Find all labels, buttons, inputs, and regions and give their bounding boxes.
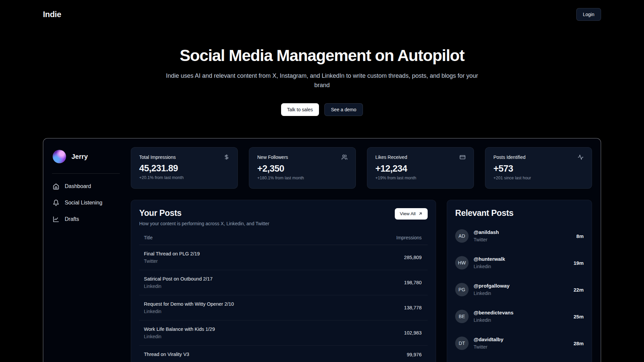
- table-row[interactable]: Thread on Virality V3 99,976: [139, 346, 428, 362]
- list-item[interactable]: DT @davidtalby Twitter 28m: [455, 330, 584, 357]
- list-item[interactable]: PG @profgalloway Linkedin 22m: [455, 276, 584, 303]
- stat-value: +573: [493, 164, 584, 174]
- credit-card-icon: [460, 154, 466, 160]
- stat-delta: +201 since last hour: [493, 176, 584, 180]
- avatar: AD: [455, 229, 469, 243]
- home-icon: [53, 183, 59, 190]
- post-title: Work Life Balance with Kids 1/29: [144, 326, 404, 333]
- post-platform: Linkedin: [474, 263, 569, 270]
- hero-section: Social Media Management on Autopilot Ind…: [0, 46, 644, 116]
- sidebar-item-dashboard[interactable]: Dashboard: [52, 180, 120, 193]
- post-handle: @davidtalby: [474, 336, 569, 343]
- table-header: Title Impressions: [139, 235, 428, 245]
- post-impressions: 138,778: [404, 305, 422, 310]
- hero-title: Social Media Management on Autopilot: [0, 46, 644, 66]
- sidebar-item-drafts[interactable]: Drafts: [52, 213, 120, 226]
- sidebar-divider: [52, 173, 120, 174]
- dashboard-main: Total Impressions 45,231.89 +20.1% from …: [131, 147, 592, 362]
- stat-card-posts-identified: Posts Identified +573 +201 since last ho…: [485, 147, 592, 189]
- list-item[interactable]: RS @reshmasaujani 32m: [455, 357, 584, 362]
- column-impressions: Impressions: [396, 235, 422, 240]
- post-platform: Linkedin: [144, 308, 404, 315]
- relevant-posts-title: Relevant Posts: [455, 208, 584, 218]
- post-handle: @profgalloway: [474, 283, 569, 289]
- stat-card-new-followers: New Followers +2,350 +180.1% from last m…: [249, 147, 356, 189]
- sidebar: Jerry Dashboard Social Listening Draft: [52, 147, 120, 362]
- post-platform: Twitter: [474, 236, 571, 243]
- view-all-button[interactable]: View All: [395, 208, 428, 220]
- post-impressions: 198,780: [404, 280, 422, 285]
- dashboard-panel: Jerry Dashboard Social Listening Draft: [43, 138, 601, 362]
- stat-value: +12,234: [375, 164, 466, 174]
- post-handle: @anildash: [474, 229, 571, 236]
- post-impressions: 99,976: [407, 352, 422, 357]
- hero-cta-group: Talk to sales See a demo: [0, 103, 644, 116]
- table-row[interactable]: Final Thread on PLG 2/19 Twitter 285,809: [139, 245, 428, 270]
- stat-card-total-impressions: Total Impressions 45,231.89 +20.1% from …: [131, 147, 238, 189]
- stat-value: 45,231.89: [139, 163, 229, 174]
- column-title: Title: [144, 235, 396, 240]
- user-name: Jerry: [71, 153, 88, 161]
- post-platform: Twitter: [474, 344, 569, 350]
- stat-label: Posts Identified: [493, 155, 526, 160]
- post-time: 22m: [574, 287, 584, 293]
- view-all-label: View All: [400, 212, 416, 216]
- post-time: 8m: [576, 233, 584, 239]
- post-time: 19m: [574, 260, 584, 266]
- dollar-icon: [224, 154, 229, 160]
- arrow-up-right-icon: [418, 212, 423, 216]
- post-title: Satirical Post on Outbound 2/17: [144, 276, 404, 282]
- post-handle: @hunterwalk: [474, 256, 569, 262]
- post-platform: Linkedin: [144, 283, 404, 290]
- avatar: HW: [455, 256, 469, 269]
- stat-value: +2,350: [257, 164, 347, 174]
- sidebar-item-label: Social Listening: [65, 200, 102, 206]
- post-handle: @benedictevans: [474, 309, 569, 316]
- your-posts-title: Your Posts: [139, 208, 269, 218]
- stat-label: New Followers: [257, 155, 288, 160]
- sidebar-item-label: Drafts: [65, 216, 79, 222]
- post-title: Request for Demo with Witty Opener 2/10: [144, 301, 404, 307]
- stat-delta: +180.1% from last month: [257, 176, 347, 180]
- login-button[interactable]: Login: [576, 8, 601, 21]
- your-posts-subtitle: How your content is performing across X,…: [139, 221, 269, 226]
- see-a-demo-button[interactable]: See a demo: [324, 103, 363, 116]
- list-item[interactable]: AD @anildash Twitter 8m: [455, 223, 584, 249]
- stat-delta: +20.1% from last month: [139, 175, 229, 180]
- table-row[interactable]: Satirical Post on Outbound 2/17 Linkedin…: [139, 270, 428, 295]
- brand-logo: Indie: [43, 10, 61, 19]
- list-item[interactable]: BE @benedictevans Linkedin 25m: [455, 303, 584, 330]
- list-item[interactable]: HW @hunterwalk Linkedin 19m: [455, 249, 584, 276]
- content-row: Your Posts How your content is performin…: [131, 200, 592, 362]
- posts-table: Title Impressions Final Thread on PLG 2/…: [139, 235, 428, 362]
- sidebar-item-social-listening[interactable]: Social Listening: [52, 196, 120, 209]
- user-avatar: [53, 150, 66, 163]
- your-posts-section: Your Posts How your content is performin…: [131, 200, 436, 362]
- sidebar-nav: Dashboard Social Listening Drafts: [52, 180, 120, 226]
- post-platform: Twitter: [144, 258, 404, 264]
- stat-label: Likes Received: [375, 155, 407, 160]
- post-time: 25m: [574, 314, 584, 319]
- relevant-posts-section: Relevant Posts AD @anildash Twitter 8m H…: [447, 200, 592, 362]
- line-chart-icon: [53, 216, 59, 223]
- bell-icon: [53, 199, 59, 206]
- avatar: PG: [455, 283, 469, 296]
- post-time: 28m: [574, 341, 584, 346]
- relevant-posts-list: AD @anildash Twitter 8m HW @hunterwalk L…: [455, 223, 584, 362]
- post-platform: Linkedin: [474, 290, 569, 297]
- post-title: Final Thread on PLG 2/19: [144, 250, 404, 257]
- stats-row: Total Impressions 45,231.89 +20.1% from …: [131, 147, 592, 189]
- avatar: BE: [455, 310, 469, 323]
- table-row[interactable]: Request for Demo with Witty Opener 2/10 …: [139, 295, 428, 320]
- post-title: Thread on Virality V3: [144, 351, 407, 358]
- talk-to-sales-button[interactable]: Talk to sales: [281, 103, 319, 116]
- post-platform: Linkedin: [474, 317, 569, 323]
- hero-subtitle: Indie uses AI and relevant content from …: [159, 71, 485, 90]
- user-profile: Jerry: [52, 147, 120, 163]
- post-platform: Linkedin: [144, 333, 404, 340]
- avatar: DT: [455, 337, 469, 350]
- post-impressions: 102,983: [404, 330, 422, 336]
- sidebar-item-label: Dashboard: [65, 183, 91, 189]
- activity-icon: [578, 154, 584, 160]
- table-row[interactable]: Work Life Balance with Kids 1/29 Linkedi…: [139, 320, 428, 346]
